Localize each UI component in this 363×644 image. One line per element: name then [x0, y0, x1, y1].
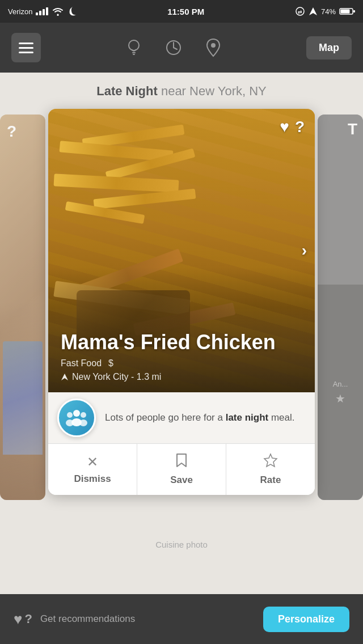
svg-point-12 [211, 43, 216, 48]
page-title-rest: near New York, NY [161, 84, 267, 98]
svg-point-14 [73, 410, 80, 417]
main-content: Late Night near New York, NY ? T An... ★ [0, 73, 363, 549]
svg-point-19 [79, 420, 87, 426]
card-meta: Fast Food $ [61, 358, 302, 368]
side-card-left[interactable]: ? [0, 115, 45, 500]
page-title-highlight: Late Night [96, 84, 158, 98]
nav-icons [124, 38, 223, 57]
status-left: Verizon [8, 6, 77, 16]
lock-rotation-icon: ⇄ [295, 6, 305, 16]
battery-text: 74% [321, 7, 336, 16]
location-icon[interactable] [204, 38, 223, 57]
recommendation-avatar [57, 399, 96, 437]
svg-point-18 [81, 412, 86, 418]
svg-marker-20 [264, 454, 277, 467]
personalize-button[interactable]: Personalize [263, 607, 349, 632]
location-arrow-icon [309, 7, 318, 16]
people-group-icon [65, 408, 88, 428]
side-card-right-star: ★ [335, 392, 345, 405]
side-card-left-question: ? [7, 122, 16, 141]
menu-button[interactable] [11, 33, 41, 62]
side-card-right[interactable]: T An... ★ [318, 115, 363, 500]
bottom-heart-icon: ♥ [14, 611, 22, 628]
svg-rect-5 [353, 10, 355, 12]
dismiss-label: Dismiss [74, 473, 111, 485]
save-icon [176, 453, 187, 471]
side-card-right-bottom: An... ★ [318, 285, 363, 500]
card-image: ♥ ? › Mama's Fried Chicken Fast Food $ [48, 109, 315, 392]
signal-bar-1 [36, 12, 38, 15]
restaurant-name[interactable]: Mama's Fried Chicken [61, 331, 302, 354]
status-right: ⇄ 74% [295, 6, 355, 16]
bottom-question-icon: ? [24, 612, 32, 626]
dont-know-icon[interactable]: ? [295, 118, 305, 136]
restaurant-price: $ [108, 358, 113, 368]
save-label: Save [170, 474, 193, 486]
svg-rect-7 [132, 52, 136, 53]
hamburger-line-2 [19, 47, 33, 49]
restaurant-location-text: New York City - 1.3 mi [72, 372, 161, 382]
svg-point-16 [67, 412, 73, 418]
dismiss-icon: ✕ [87, 454, 98, 470]
wifi-icon [52, 7, 64, 16]
next-card-arrow[interactable]: › [302, 242, 307, 260]
cards-wrapper: ? T An... ★ [0, 109, 363, 562]
rate-icon [263, 453, 278, 471]
page-title: Late Night near New York, NY [0, 84, 363, 99]
battery-icon [339, 7, 355, 15]
status-bar: Verizon 11:50 PM ⇄ 74% [0, 0, 363, 23]
restaurant-category: Fast Food [61, 358, 102, 368]
rate-button[interactable]: Rate [226, 444, 315, 495]
hamburger-line-3 [19, 52, 33, 53]
recommendations-icon[interactable] [124, 38, 143, 57]
svg-line-11 [174, 48, 177, 49]
svg-rect-8 [133, 54, 135, 55]
svg-point-17 [66, 420, 74, 426]
rec-bold-text: late night [226, 412, 269, 423]
bottom-heart-question: ♥ ? [14, 611, 32, 628]
signal-bar-2 [39, 11, 41, 15]
save-button[interactable]: Save [137, 444, 226, 495]
card-location: New York City - 1.3 mi [61, 372, 302, 382]
svg-point-6 [129, 40, 139, 50]
card-overlay: Mama's Fried Chicken Fast Food $ New Yor… [48, 268, 315, 392]
history-icon[interactable] [164, 38, 183, 57]
card-actions: ✕ Dismiss Save [48, 443, 315, 495]
bottom-bar: ♥ ? Get recommendations Personalize [0, 594, 363, 644]
side-card-right-sub: An... [333, 380, 348, 388]
main-card: ♥ ? › Mama's Fried Chicken Fast Food $ [48, 109, 315, 495]
nav-bar: Map [0, 23, 363, 73]
bottom-rec-text: Get recommendations [40, 613, 255, 625]
side-card-left-image: ? [0, 115, 45, 500]
location-arrow-small-icon [61, 373, 69, 381]
signal-bar-3 [43, 9, 45, 15]
svg-marker-2 [309, 7, 317, 15]
side-card-right-label: T [348, 120, 357, 138]
dismiss-button[interactable]: ✕ Dismiss [48, 444, 137, 495]
rate-label: Rate [260, 474, 281, 486]
signal-bars [36, 7, 48, 15]
svg-text:⇄: ⇄ [298, 9, 302, 15]
time-display: 11:50 PM [167, 7, 204, 16]
map-button[interactable]: Map [306, 36, 352, 60]
carrier-text: Verizon [8, 7, 32, 16]
recommendation-text: Lots of people go here for a late night … [105, 410, 295, 425]
moon-icon [67, 6, 77, 16]
svg-rect-4 [340, 10, 349, 14]
signal-bar-4 [46, 7, 48, 15]
hamburger-line-1 [19, 43, 33, 44]
svg-marker-13 [61, 374, 68, 380]
side-card-right-top: T [318, 115, 363, 285]
favorite-heart-icon[interactable]: ♥ [280, 118, 289, 136]
recommendation-section: Lots of people go here for a late night … [48, 392, 315, 443]
card-heart-question: ♥ ? [280, 118, 305, 136]
